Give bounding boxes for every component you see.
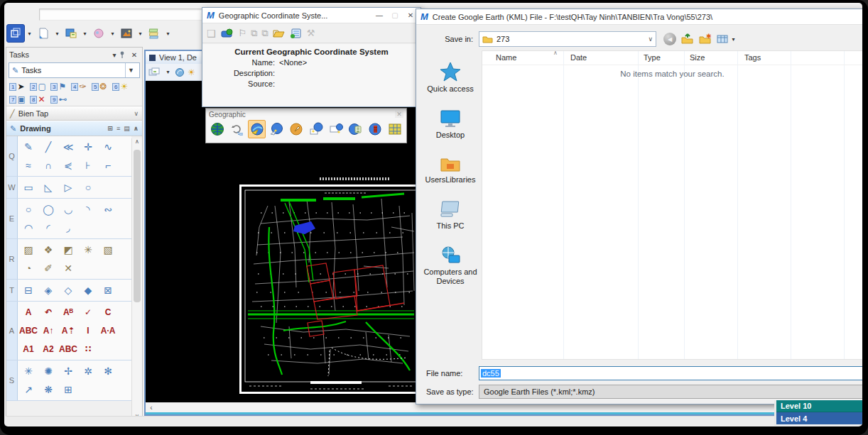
tool-icon[interactable]: ⊟ [18,285,38,296]
task-tool-1[interactable]: 1➤ [9,82,28,91]
tool-icon[interactable]: ✺ [38,365,58,377]
raster-manager-button[interactable] [117,24,136,43]
tool-icon[interactable]: ✻ [98,365,118,377]
chevron-down-icon[interactable]: ▾ [26,31,33,37]
file-name-input[interactable]: dc55 [479,366,862,380]
new-folder-icon[interactable]: ✱ [699,33,712,45]
map-sheet-icon[interactable] [386,120,404,138]
placemark-icon[interactable] [287,120,305,138]
tool-icon[interactable]: ◯ [38,204,58,215]
export-frame-icon[interactable] [327,120,345,138]
gcs-list-icon[interactable] [290,28,303,39]
follow-google-earth-icon[interactable] [267,120,286,138]
tool-icon[interactable]: A∙A [98,326,118,336]
capture-view-icon[interactable] [307,120,325,138]
task-tool-3[interactable]: 3⚑ [50,82,70,91]
tool-icon[interactable]: A2 [38,344,58,354]
tool-icon[interactable]: ╱ [38,141,58,153]
brightness-icon[interactable]: ☀ [188,67,195,77]
tool-icon[interactable]: A1 [18,344,38,354]
place-userslibraries[interactable]: UsersLibraries [419,147,482,192]
tool-icon[interactable]: ≪ [58,141,78,153]
chevron-down-icon[interactable]: ▾ [164,31,172,37]
task-tool-9[interactable]: 9⊷ [50,95,70,104]
tool-icon[interactable]: ◺ [38,182,58,193]
chevron-down-icon[interactable]: ∨ [648,35,653,43]
tool-icon[interactable]: ◩ [58,244,78,255]
tool-icon[interactable]: ✎ [18,141,38,153]
tool-icon[interactable]: ⌐ [98,160,118,171]
tool-icon[interactable]: ○ [18,204,38,215]
gcs-library-icon[interactable] [220,28,234,39]
geo-movie-icon[interactable] [366,120,384,138]
save-as-type-combobox[interactable]: Google Earth Files (*.kml;*.kmz) [479,385,862,399]
chevron-down-icon[interactable]: ▼ [125,63,136,77]
tool-icon[interactable]: ∿ [98,141,118,153]
close-icon[interactable]: ✕ [405,11,416,19]
import-gcs-icon[interactable]: ⧉ [262,28,268,39]
tool-icon[interactable]: I [78,326,98,336]
group-tab-t[interactable]: T [6,280,18,301]
tool-icon[interactable]: ✕ [58,263,78,274]
tool-icon[interactable]: ▨ [18,244,38,255]
open-folder-icon[interactable] [273,28,286,38]
tool-icon[interactable]: A↑ [38,326,58,336]
group-tab-r[interactable]: R [6,239,18,279]
back-icon[interactable]: ◀ [663,33,676,45]
tool-icon[interactable]: ▷ [58,182,78,193]
place-desktop[interactable]: Desktop [419,101,482,147]
chevron-down-icon[interactable]: ▾ [136,31,144,37]
tool-icon[interactable]: ❋ [38,384,58,395]
tool-icon[interactable]: ABC [18,326,38,336]
pin-icon[interactable] [119,51,129,58]
tool-icon[interactable]: ∷ [78,344,98,354]
tool-icon[interactable]: ✳ [78,244,98,255]
group-tab-e[interactable]: E [6,199,18,238]
tool-icon[interactable]: ↗ [18,384,38,395]
tool-icon[interactable]: ◔ [18,263,38,274]
select-gcs-icon[interactable]: ❑ [207,28,216,39]
tasks-combobox[interactable]: ✎ Tasks ▼ [9,62,140,78]
list-view-icon[interactable]: ≡ [116,125,120,132]
scroll-left-icon[interactable]: ‹ [146,404,157,412]
tool-icon[interactable]: Aᴮ [58,307,78,317]
column-tags[interactable]: Tags [744,53,761,62]
tool-icon[interactable]: ⋞ [58,160,78,171]
tool-icon[interactable]: ⊠ [98,285,118,296]
scroll-up-icon[interactable]: ∧ [132,138,142,148]
chevron-down-icon[interactable]: ▾ [164,69,172,75]
tool-icon[interactable]: A [18,307,38,317]
close-icon[interactable]: ✕ [395,111,403,118]
file-list[interactable]: Name ∧ Date Type Size Tags No items matc… [482,50,862,360]
group-tab-a[interactable]: A [6,302,18,360]
tool-icon[interactable]: ▭ [18,182,38,193]
render-mode-icon[interactable] [175,67,185,77]
tool-icon[interactable]: ▧ [98,244,118,255]
tool-icon[interactable]: ◝ [78,204,98,215]
column-name[interactable]: Name [496,53,516,62]
chevron-down-icon[interactable]: ▾ [109,51,119,59]
tool-icon[interactable]: ∾ [98,204,118,215]
details-tag-icon[interactable]: ⚐ [239,28,247,38]
level-item[interactable]: Level 10 [776,400,862,412]
tool-icon[interactable]: ≈ [18,160,38,171]
place-this-pc[interactable]: This PC [419,192,482,238]
close-icon[interactable]: ✕ [129,51,139,59]
tool-icon[interactable]: ✓ [78,307,98,317]
tool-icon[interactable]: ⊦ [78,160,98,171]
save-in-combobox[interactable]: 273 ∨ [479,31,656,47]
minimize-icon[interactable]: — [374,11,385,19]
group-tab-q[interactable]: Q [6,136,18,176]
chevron-down-icon[interactable]: ▾ [109,31,116,37]
tool-icon[interactable]: ◠ [18,222,38,233]
column-size[interactable]: Size [690,53,705,62]
task-tool-8[interactable]: 8✕ [30,95,49,104]
geographic-toolbar-caption[interactable]: Geographic ✕ [206,109,406,120]
tool-icon[interactable]: ◞ [58,222,78,233]
tool-icon[interactable]: ✳ [18,365,38,377]
chevron-up-icon[interactable]: ∧ [134,125,139,132]
view-groups-button[interactable] [6,24,25,43]
task-tool-7[interactable]: 7▣ [9,95,28,104]
tool-icon[interactable]: ABC [58,344,78,354]
view-attributes-icon[interactable] [148,67,161,77]
